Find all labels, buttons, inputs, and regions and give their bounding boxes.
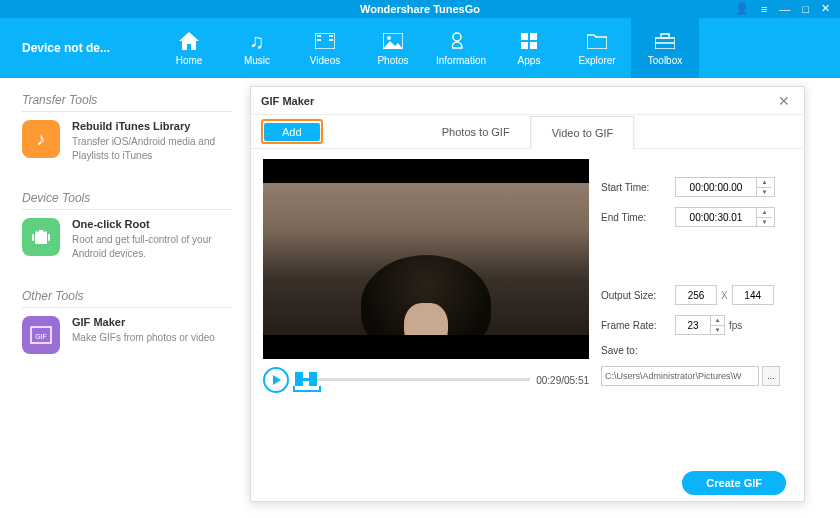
svg-rect-11 — [530, 42, 537, 49]
dialog-header: GIF Maker ✕ — [251, 87, 804, 115]
nav-label: Information — [436, 55, 486, 66]
svg-rect-19 — [48, 234, 50, 241]
save-to-label: Save to: — [601, 345, 675, 356]
nav-label: Videos — [310, 55, 340, 66]
spinner-up[interactable]: ▲ — [757, 178, 772, 188]
nav-videos[interactable]: Videos — [291, 18, 359, 78]
frame-rate-field[interactable] — [676, 316, 710, 334]
end-time-label: End Time: — [601, 212, 675, 223]
tab-video-to-gif[interactable]: Video to GIF — [531, 116, 635, 149]
output-width-input[interactable] — [675, 285, 717, 305]
timeline[interactable] — [295, 368, 530, 392]
gif-icon: GIF — [22, 316, 60, 354]
info-icon — [452, 30, 470, 52]
tool-desc: Transfer iOS/Android media and Playlists… — [72, 135, 232, 163]
svg-rect-2 — [317, 39, 321, 41]
tool-rebuild-itunes[interactable]: ♪ Rebuild iTunes Library Transfer iOS/An… — [22, 120, 232, 163]
svg-point-6 — [387, 36, 391, 40]
nav: Home ♫ Music Videos Photos Information A… — [155, 18, 840, 78]
user-icon[interactable]: 👤 — [731, 2, 753, 15]
tool-gif-maker[interactable]: GIF GIF Maker Make GIFs from photos or v… — [22, 316, 232, 354]
tool-title: Rebuild iTunes Library — [72, 120, 232, 132]
section-title-transfer: Transfer Tools — [22, 93, 232, 112]
play-button[interactable] — [263, 367, 289, 393]
tool-root[interactable]: One-click Root Root and get full-control… — [22, 218, 232, 261]
save-path-input[interactable] — [601, 366, 759, 386]
nav-label: Home — [176, 55, 203, 66]
end-time-field[interactable] — [676, 208, 756, 226]
close-button[interactable]: ✕ — [817, 2, 834, 15]
minimize-button[interactable]: — — [775, 3, 794, 15]
settings-panel: Start Time: ▲▼ End Time: ▲▼ Output Size:… — [601, 149, 804, 463]
player-controls: 00:29/05:51 — [263, 367, 589, 393]
tool-desc: Root and get full-control of your Androi… — [72, 233, 232, 261]
tabs: Photos to GIF Video to GIF — [421, 115, 634, 148]
svg-rect-13 — [661, 34, 669, 38]
nav-music[interactable]: ♫ Music — [223, 18, 291, 78]
frame-rate-input[interactable]: ▲▼ — [675, 315, 725, 335]
device-status-area[interactable]: Device not de... — [0, 18, 155, 78]
size-separator: X — [721, 290, 728, 301]
folder-icon — [587, 30, 607, 52]
video-content — [263, 159, 589, 359]
output-height-input[interactable] — [732, 285, 774, 305]
tool-title: One-click Root — [72, 218, 232, 230]
spinner-up[interactable]: ▲ — [711, 316, 724, 326]
frame-rate-label: Frame Rate: — [601, 320, 675, 331]
video-icon — [315, 30, 335, 52]
play-icon — [273, 375, 281, 385]
device-status-text: Device not de... — [22, 41, 110, 55]
main-sidebar: Transfer Tools ♪ Rebuild iTunes Library … — [0, 78, 260, 518]
dialog-title: GIF Maker — [261, 95, 774, 107]
toolbox-icon — [655, 30, 675, 52]
nav-information[interactable]: Information — [427, 18, 495, 78]
window-controls: 👤 ≡ — □ ✕ — [731, 2, 834, 15]
create-gif-button[interactable]: Create GIF — [682, 471, 786, 495]
trim-start-handle[interactable] — [295, 372, 303, 386]
dialog-footer: Create GIF — [251, 463, 804, 503]
maximize-button[interactable]: □ — [798, 3, 813, 15]
nav-home[interactable]: Home — [155, 18, 223, 78]
spinner-down[interactable]: ▼ — [757, 218, 772, 227]
tab-photos-to-gif[interactable]: Photos to GIF — [421, 115, 531, 148]
svg-rect-1 — [317, 35, 321, 37]
nav-label: Explorer — [578, 55, 615, 66]
app-title: Wondershare TunesGo — [360, 3, 480, 15]
svg-rect-9 — [530, 33, 537, 40]
nav-label: Toolbox — [648, 55, 682, 66]
start-time-input[interactable]: ▲▼ — [675, 177, 775, 197]
svg-rect-3 — [329, 35, 333, 37]
spinner-down[interactable]: ▼ — [757, 188, 772, 197]
spinner-down[interactable]: ▼ — [711, 326, 724, 335]
svg-rect-4 — [329, 39, 333, 41]
video-preview[interactable] — [263, 159, 589, 359]
browse-button[interactable]: ... — [762, 366, 780, 386]
trim-end-handle[interactable] — [309, 372, 317, 386]
dialog-close-button[interactable]: ✕ — [774, 93, 794, 109]
nav-label: Music — [244, 55, 270, 66]
end-time-input[interactable]: ▲▼ — [675, 207, 775, 227]
start-time-label: Start Time: — [601, 182, 675, 193]
nav-label: Apps — [518, 55, 541, 66]
nav-explorer[interactable]: Explorer — [563, 18, 631, 78]
fps-unit: fps — [729, 320, 742, 331]
nav-label: Photos — [377, 55, 408, 66]
time-display: 00:29/05:51 — [536, 375, 589, 386]
nav-apps[interactable]: Apps — [495, 18, 563, 78]
svg-rect-18 — [32, 234, 34, 241]
svg-text:GIF: GIF — [35, 333, 47, 340]
add-button[interactable]: Add — [264, 123, 320, 141]
svg-point-17 — [43, 230, 45, 232]
section-title-other: Other Tools — [22, 289, 232, 308]
home-icon — [179, 30, 199, 52]
spinner-up[interactable]: ▲ — [757, 208, 772, 218]
start-time-field[interactable] — [676, 178, 756, 196]
svg-rect-8 — [521, 33, 528, 40]
tool-title: GIF Maker — [72, 316, 232, 328]
itunes-icon: ♪ — [22, 120, 60, 158]
tabs-row: Add Photos to GIF Video to GIF — [251, 115, 804, 149]
nav-toolbox[interactable]: Toolbox — [631, 18, 699, 78]
menu-icon[interactable]: ≡ — [757, 3, 771, 15]
apps-icon — [521, 30, 537, 52]
nav-photos[interactable]: Photos — [359, 18, 427, 78]
